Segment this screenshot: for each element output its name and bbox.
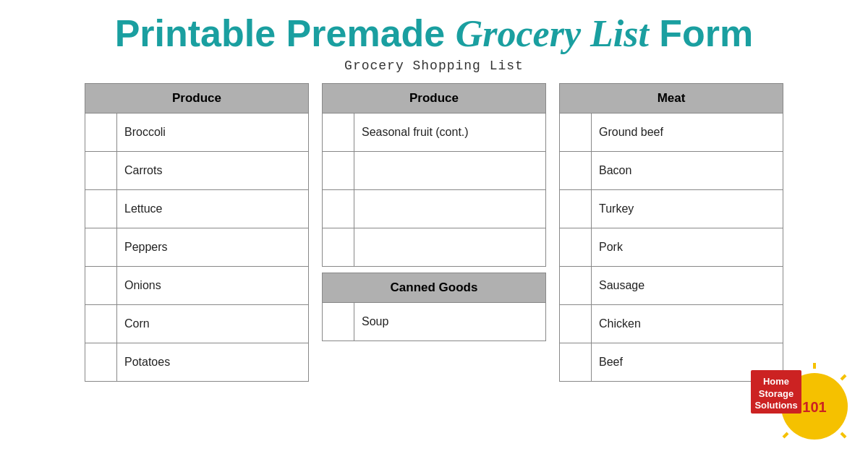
list-item: Soup [323,303,545,340]
title-part2: Form [649,12,753,54]
checkbox-cell[interactable] [560,267,592,304]
checkbox-cell[interactable] [323,152,354,189]
list-item [323,228,545,266]
item-label: Sausage [592,267,783,304]
checkbox-cell[interactable] [85,305,117,343]
column-produce-2: Produce Seasonal fruit (cont.) [322,83,546,267]
checkbox-cell[interactable] [323,190,354,228]
checkbox-cell[interactable] [323,228,354,266]
subtitle: Grocery Shopping List [22,59,846,73]
svg-line-2 [841,375,846,380]
item-label: Bacon [592,152,783,189]
item-label: Carrots [117,152,308,189]
list-item: Peppers [85,228,308,267]
checkbox-cell[interactable] [85,343,117,381]
col-canned-header: Canned Goods [323,273,545,303]
list-item [323,152,545,190]
svg-line-4 [841,433,846,437]
list-item: Beef [560,343,783,381]
item-label: Lettuce [117,190,308,228]
col2-header: Produce [323,84,545,113]
column-middle: Produce Seasonal fruit (cont.) [322,83,546,341]
item-label: Potatoes [117,343,308,381]
svg-text:101: 101 [802,399,826,415]
item-label: Onions [117,267,308,304]
page-title-area: Printable Premade Grocery List Form [22,13,846,54]
item-label: Turkey [592,190,783,228]
list-item: Broccoli [85,113,308,152]
column-canned-goods: Canned Goods Soup [322,273,546,341]
item-label: Soup [354,303,545,340]
grocery-columns: Produce Broccoli Carrots Lettuce Peppers… [22,83,846,382]
checkbox-cell[interactable] [560,305,592,343]
checkbox-cell[interactable] [85,190,117,228]
column-meat: Meat Ground beef Bacon Turkey Pork Sausa… [559,83,783,382]
column-produce-1: Produce Broccoli Carrots Lettuce Peppers… [85,83,309,382]
list-item: Pork [560,228,783,267]
item-label [354,152,545,189]
svg-line-6 [783,433,788,437]
list-item: Potatoes [85,343,308,381]
list-item: Lettuce [85,190,308,228]
list-item: Onions [85,267,308,305]
list-item [323,190,545,228]
list-item: Carrots [85,152,308,190]
item-label: Chicken [592,305,783,343]
checkbox-cell[interactable] [85,267,117,304]
col3-header: Meat [560,84,783,113]
logo-badge: Home Storage Solutions 101 [751,357,852,444]
checkbox-cell[interactable] [85,228,117,266]
sun-rays-svg: Home Storage Solutions 101 [751,357,852,444]
item-label: Peppers [117,228,308,266]
checkbox-cell[interactable] [323,303,354,340]
title-text: Printable Premade Grocery List Form [115,12,754,54]
svg-text:Storage: Storage [759,388,793,399]
checkbox-cell[interactable] [560,343,592,381]
col1-header: Produce [85,84,308,113]
item-label: Corn [117,305,308,343]
title-part1: Printable Premade [115,12,456,54]
item-label [354,190,545,228]
item-label: Broccoli [117,113,308,151]
list-item: Ground beef [560,113,783,152]
checkbox-cell[interactable] [560,113,592,151]
checkbox-cell[interactable] [560,228,592,266]
checkbox-cell[interactable] [560,152,592,189]
checkbox-cell[interactable] [560,190,592,228]
checkbox-cell[interactable] [323,113,354,151]
item-label [354,228,545,266]
item-label: Ground beef [592,113,783,151]
checkbox-cell[interactable] [85,152,117,189]
svg-text:Home: Home [763,376,789,387]
list-item: Bacon [560,152,783,190]
list-item: Sausage [560,267,783,305]
item-label: Pork [592,228,783,266]
title-italic: Grocery List [456,13,649,54]
list-item: Seasonal fruit (cont.) [323,113,545,152]
list-item: Chicken [560,305,783,343]
checkbox-cell[interactable] [85,113,117,151]
item-label: Seasonal fruit (cont.) [354,113,545,151]
list-item: Corn [85,305,308,343]
list-item: Turkey [560,190,783,228]
svg-text:Solutions: Solutions [754,400,797,411]
